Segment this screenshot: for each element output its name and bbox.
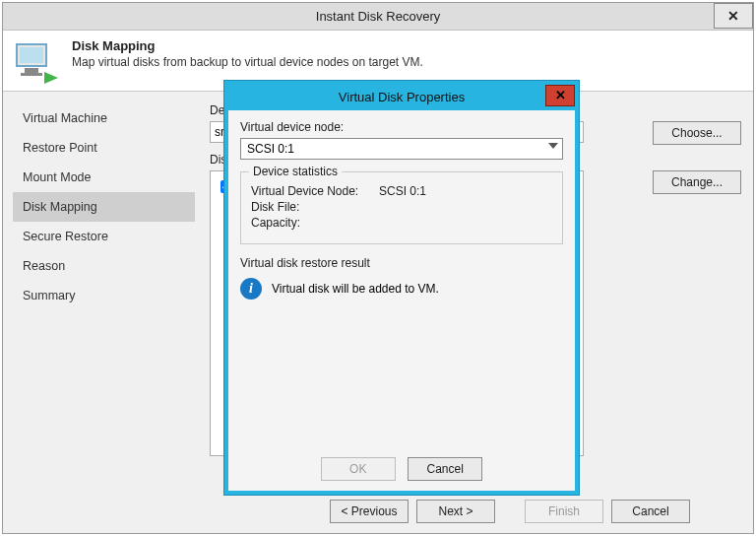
previous-button[interactable]: < Previous [330, 500, 409, 523]
svg-rect-3 [21, 73, 42, 76]
virtual-device-node-select[interactable]: SCSI 0:1 [240, 138, 563, 160]
sidebar-item-mount-mode[interactable]: Mount Mode [13, 163, 195, 192]
stat-key: Capacity: [251, 216, 379, 230]
info-icon: i [240, 278, 262, 300]
cancel-button[interactable]: Cancel [611, 500, 690, 523]
stat-key: Disk File: [251, 200, 379, 214]
dialog-close-button[interactable]: ✕ [545, 85, 575, 106]
sidebar-item-secure-restore[interactable]: Secure Restore [13, 222, 195, 251]
window-title: Instant Disk Recovery [316, 9, 440, 24]
choose-button[interactable]: Choose... [653, 121, 741, 145]
wizard-sidebar: Virtual Machine Restore Point Mount Mode… [13, 103, 195, 480]
group-legend: Device statistics [249, 165, 342, 178]
sidebar-item-label: Secure Restore [23, 230, 108, 243]
window-close-button[interactable]: ✕ [714, 3, 753, 29]
header-subtitle: Map virtual disks from backup to virtual… [72, 55, 741, 69]
dialog-cancel-button[interactable]: Cancel [408, 457, 482, 481]
wizard-footer: < Previous Next > Finish Cancel [3, 490, 753, 533]
dialog-titlebar: Virtual Disk Properties ✕ [228, 85, 575, 110]
dialog-ok-button: OK [321, 457, 396, 481]
svg-rect-2 [25, 68, 38, 73]
sidebar-item-label: Restore Point [23, 141, 97, 155]
sidebar-item-label: Reason [23, 259, 65, 273]
window-titlebar: Instant Disk Recovery ✕ [3, 3, 753, 31]
virtual-disk-properties-dialog: Virtual Disk Properties ✕ Virtual device… [224, 81, 579, 495]
dialog-title: Virtual Disk Properties [339, 90, 465, 104]
change-button[interactable]: Change... [653, 170, 741, 194]
stat-key: Virtual Device Node: [251, 184, 379, 198]
sidebar-item-reason[interactable]: Reason [13, 251, 195, 281]
sidebar-item-summary[interactable]: Summary [13, 281, 195, 310]
sidebar-item-disk-mapping[interactable]: Disk Mapping [13, 192, 195, 222]
sidebar-item-virtual-machine[interactable]: Virtual Machine [13, 103, 195, 133]
finish-button: Finish [525, 500, 603, 523]
sidebar-item-restore-point[interactable]: Restore Point [13, 133, 195, 163]
next-button[interactable]: Next > [416, 500, 495, 523]
sidebar-item-label: Disk Mapping [23, 200, 97, 214]
svg-rect-1 [20, 47, 43, 63]
header-title: Disk Mapping [72, 38, 741, 53]
restore-result-label: Virtual disk restore result [240, 256, 563, 270]
sidebar-item-label: Summary [23, 289, 75, 302]
virtual-device-node-label: Virtual device node: [240, 120, 563, 134]
close-icon: ✕ [727, 8, 739, 24]
close-icon: ✕ [555, 88, 566, 102]
stat-value: SCSI 0:1 [379, 184, 426, 198]
sidebar-item-label: Virtual Machine [23, 111, 107, 125]
restore-result-message: Virtual disk will be added to VM. [272, 282, 439, 296]
device-statistics-group: Device statistics Virtual Device Node:SC… [240, 171, 563, 244]
select-value: SCSI 0:1 [247, 142, 294, 156]
sidebar-item-label: Mount Mode [23, 170, 91, 184]
disk-recovery-icon [15, 38, 62, 86]
chevron-down-icon [548, 143, 558, 149]
